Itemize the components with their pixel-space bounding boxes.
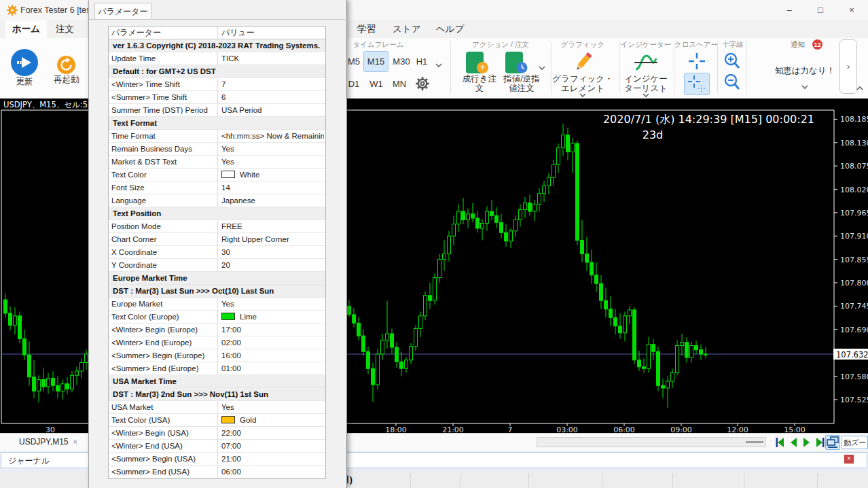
pending-order-button[interactable] bbox=[505, 50, 535, 75]
auto-scroll-button[interactable] bbox=[825, 435, 840, 450]
timeframe-button-D1[interactable]: D1 bbox=[344, 74, 363, 93]
side-panel-toggle-button[interactable]: › bbox=[839, 39, 857, 94]
param-value: Yes bbox=[221, 143, 324, 156]
menu-tab-5[interactable]: ヘルプ bbox=[429, 20, 471, 38]
minimize-button[interactable]: – bbox=[774, 0, 805, 20]
param-row[interactable]: <Summer> Time Shift6 bbox=[109, 91, 325, 104]
maximize-button[interactable]: □ bbox=[805, 0, 836, 20]
param-row[interactable]: <Summer> Begin (USA)21:00 bbox=[109, 453, 325, 466]
param-row[interactable]: <Winter> Begin (Europe)17:00 bbox=[109, 324, 325, 336]
parameters-table: パラメーターバリューver 1.6.3 Copyright (C) 2018-2… bbox=[108, 26, 326, 479]
close-button[interactable]: × bbox=[836, 0, 867, 20]
pencil-icon[interactable] bbox=[573, 50, 594, 73]
param-row[interactable]: Text ColorWhite bbox=[109, 169, 325, 181]
main-chart-canvas[interactable]: 18:0021:00703:0006:0009:0012:0015:00108.… bbox=[347, 99, 868, 433]
zoom-out-button[interactable] bbox=[722, 72, 742, 92]
chevron-down-icon[interactable] bbox=[801, 84, 809, 90]
market-order-button[interactable]: + bbox=[466, 50, 496, 75]
crosshair-button[interactable] bbox=[684, 51, 710, 71]
param-row[interactable]: X Coordinate30 bbox=[109, 246, 325, 259]
param-row[interactable]: <Winter> End (Europe)02:00 bbox=[109, 336, 325, 349]
nav-last-button[interactable] bbox=[813, 436, 826, 449]
timeframe-button-M5[interactable]: M5 bbox=[344, 52, 363, 71]
param-name: Time Format bbox=[111, 130, 217, 143]
param-row[interactable]: Update TimeTICK bbox=[109, 52, 325, 65]
chart-tab-close-icon[interactable]: × bbox=[73, 438, 77, 446]
param-name: USA Market bbox=[111, 401, 217, 414]
parameters-dialog-tab[interactable]: パラメーター bbox=[94, 3, 151, 20]
param-row[interactable]: Text Color (Europe)Lime bbox=[109, 311, 325, 324]
param-row[interactable]: <Summer> Begin (Europe)16:00 bbox=[109, 349, 325, 362]
ribbon-collapse-icon[interactable] bbox=[856, 86, 864, 91]
notify-message[interactable]: 知恵は力なり！ bbox=[761, 65, 849, 77]
clock-badge-icon bbox=[516, 62, 528, 73]
param-row[interactable]: Font Size14 bbox=[109, 181, 325, 194]
param-value: 06:00 bbox=[221, 466, 324, 478]
param-row[interactable]: <Winter> Begin (USA)22:00 bbox=[109, 427, 325, 440]
graphic-elements-button[interactable]: グラフィック・ エレメント bbox=[552, 75, 613, 93]
param-name: <Winter> End (Europe) bbox=[111, 336, 217, 349]
svg-text:108.130: 108.130 bbox=[840, 139, 868, 147]
param-row[interactable]: <Winter> End (USA)07:00 bbox=[109, 440, 325, 453]
timeframe-button-M15[interactable]: M15 bbox=[363, 51, 388, 72]
left-chart-canvas[interactable]: USDJPY、M15、セル:55、30 bbox=[0, 99, 90, 433]
param-row[interactable]: Market & DST TextYes bbox=[109, 156, 325, 169]
param-value: 01:00 bbox=[221, 362, 324, 375]
timeframe-settings-gear-icon[interactable] bbox=[414, 75, 431, 92]
timeframe-button-MN[interactable]: MN bbox=[388, 74, 410, 93]
nav-next-button[interactable] bbox=[800, 436, 813, 449]
param-name: Font Size bbox=[111, 181, 217, 194]
group-label-crossline: 十字線 bbox=[722, 40, 744, 50]
chevron-down-icon[interactable] bbox=[579, 92, 587, 98]
candles bbox=[348, 124, 708, 408]
param-row[interactable]: Remain Business DaysYes bbox=[109, 143, 325, 156]
nav-first-button[interactable] bbox=[774, 436, 787, 449]
indicator-list-button[interactable]: インジケー ターリスト bbox=[624, 75, 668, 93]
param-value: <hh:mm:ss> Now & Remaining bbox=[221, 130, 324, 143]
param-value: Yes bbox=[221, 298, 324, 311]
menu-tab-1[interactable]: ホーム bbox=[5, 20, 47, 38]
timeframe-button-M30[interactable]: M30 bbox=[391, 52, 412, 71]
nav-prev-button[interactable] bbox=[787, 436, 800, 449]
param-row[interactable]: <Winter> Time Shift7 bbox=[109, 78, 325, 91]
chevron-down-icon[interactable] bbox=[642, 92, 650, 98]
param-row[interactable]: Time Format<hh:mm:ss> Now & Remaining bbox=[109, 130, 325, 143]
journal-close-button[interactable]: × bbox=[844, 455, 854, 464]
param-name: Text Color (USA) bbox=[111, 414, 217, 427]
restart-button[interactable] bbox=[57, 56, 75, 74]
param-value: 6 bbox=[221, 91, 324, 104]
param-row[interactable]: Position ModeFREE bbox=[109, 220, 325, 233]
plus-badge-icon: + bbox=[477, 62, 488, 73]
svg-text:2020/7/1 (水) 14:29:39 [M15] 00: 2020/7/1 (水) 14:29:39 [M15] 00:00:21 bbox=[603, 113, 814, 126]
chart-window-tab[interactable]: USDJPY,M15× bbox=[19, 437, 77, 447]
group-label-timeframe: タイムフレーム bbox=[353, 40, 404, 50]
param-row[interactable]: Chart CornerRight Upper Corner bbox=[109, 233, 325, 246]
param-value: 14 bbox=[221, 181, 324, 194]
param-row[interactable]: <Summer> End (Europe)01:00 bbox=[109, 362, 325, 375]
notification-badge[interactable]: 12 bbox=[812, 39, 822, 50]
param-row[interactable]: USA MarketYes bbox=[109, 401, 325, 414]
param-value: USA Period bbox=[221, 104, 324, 117]
chart-scrollbar[interactable] bbox=[537, 437, 766, 447]
menu-tab-2[interactable]: 注文 bbox=[49, 20, 81, 38]
param-row[interactable]: Summer Time (DST) PeriodUSA Period bbox=[109, 104, 325, 117]
param-row[interactable]: LanguageJapanese bbox=[109, 194, 325, 207]
chart-scrollbar-grip[interactable] bbox=[746, 441, 763, 443]
indicator-curve-icon[interactable] bbox=[633, 52, 659, 73]
param-row[interactable]: Europe MarketYes bbox=[109, 298, 325, 311]
param-value: 17:00 bbox=[221, 324, 324, 336]
crosshair-sync-button[interactable] bbox=[684, 73, 710, 95]
timeframe-button-W1[interactable]: W1 bbox=[365, 74, 387, 93]
param-row[interactable]: Y Coordinate20 bbox=[109, 259, 325, 272]
timeframe-button-H1[interactable]: H1 bbox=[412, 52, 431, 71]
color-swatch bbox=[221, 313, 235, 320]
menu-tab-4[interactable]: ストア bbox=[386, 20, 427, 38]
chevron-down-icon[interactable] bbox=[435, 63, 443, 68]
param-row[interactable]: Text Color (USA)Gold bbox=[109, 414, 325, 427]
chevron-down-icon[interactable] bbox=[538, 65, 546, 71]
zoom-in-button[interactable] bbox=[722, 51, 742, 71]
auto-zoom-button[interactable]: 動ズー bbox=[842, 436, 868, 449]
menu-tab-3[interactable]: 学習 bbox=[350, 20, 382, 38]
param-row[interactable]: <Summer> End (USA)06:00 bbox=[109, 466, 325, 478]
update-button[interactable] bbox=[11, 49, 38, 76]
